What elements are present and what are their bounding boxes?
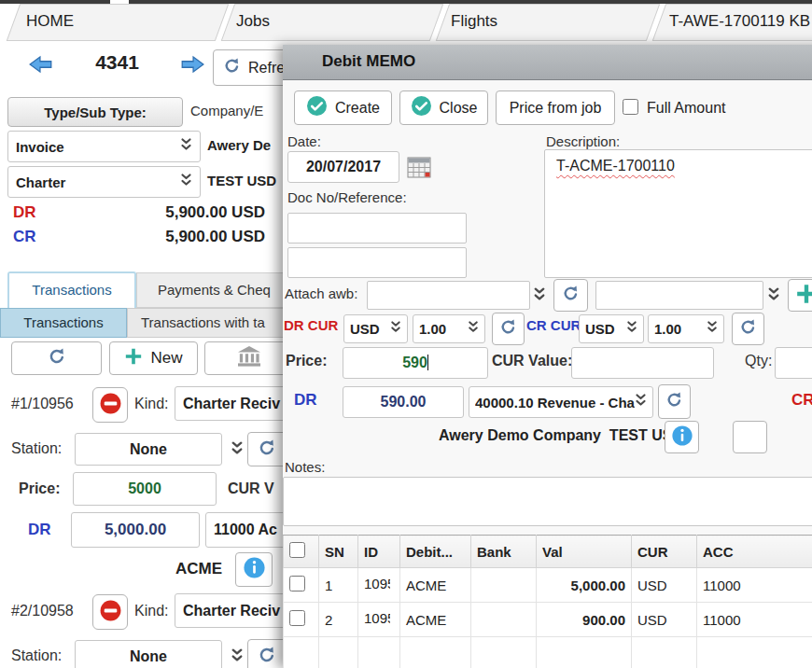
description-textarea[interactable]: T-ACME-1700110 [544, 149, 812, 278]
chevron-double-down-icon[interactable] [533, 286, 546, 306]
bank-icon [236, 345, 262, 371]
select-all-checkbox[interactable] [289, 542, 305, 558]
qty-input[interactable] [775, 347, 812, 379]
chevron-double-down-icon[interactable] [231, 647, 244, 667]
txn1-station-select[interactable]: None [75, 433, 222, 466]
qty-label: Qty: [745, 353, 772, 369]
attach-awb-add-button[interactable] [788, 279, 812, 312]
subtab-transactions-with-tax[interactable]: Transactions with ta [127, 308, 291, 338]
chevron-double-down-icon[interactable] [707, 320, 718, 338]
chevron-double-down-icon[interactable] [767, 286, 780, 306]
txn1-kind-label: Kind: [134, 396, 168, 412]
row-checkbox[interactable] [289, 576, 305, 591]
txn2-kind-label: Kind: [134, 603, 168, 619]
memo-price-input[interactable]: 590 [343, 347, 488, 379]
tab-home[interactable]: HOME [26, 12, 74, 31]
refresh-icon [499, 318, 517, 340]
txn2-station-select[interactable]: None [75, 640, 222, 668]
memo-company-summary: Awery Demo Company TEST USD [439, 427, 683, 444]
refresh-icon [665, 391, 683, 412]
txn1-info-button[interactable] [235, 552, 273, 587]
info-icon [243, 556, 266, 583]
row-checkbox[interactable] [289, 610, 305, 626]
dr-cur-label: DR CUR [284, 317, 338, 333]
chevron-double-down-icon[interactable] [390, 320, 401, 338]
dr-currency-select[interactable]: USD [343, 314, 408, 343]
type-select[interactable]: Invoice [7, 131, 201, 162]
txn1-remove-button[interactable] [92, 387, 128, 423]
chevron-double-down-icon[interactable] [180, 137, 192, 156]
txn2-kind-select[interactable]: Charter Reciv [175, 593, 296, 628]
chevron-double-down-icon[interactable] [635, 393, 647, 411]
memo-secondary-button[interactable] [733, 421, 767, 453]
cur-value-input[interactable] [571, 347, 714, 379]
date-input[interactable]: 20/07/2017 [287, 151, 399, 183]
refresh-icon [223, 57, 241, 78]
close-button[interactable]: Close [399, 90, 488, 125]
bank-button[interactable] [204, 341, 293, 375]
attach-awb-input-1[interactable] [367, 281, 530, 310]
dr-total-label: DR [13, 203, 36, 222]
minus-circle-icon [99, 599, 122, 626]
chevron-double-down-icon[interactable] [468, 320, 479, 338]
calendar-icon[interactable] [407, 156, 431, 182]
tab-flights[interactable]: Flights [451, 12, 497, 31]
doc-no-input[interactable] [287, 213, 467, 244]
memo-dr-label: DR [294, 391, 317, 410]
dr-account-select[interactable]: 40000.10 Revenue - Cha [469, 386, 653, 418]
refresh-icon [258, 438, 276, 461]
doc-reference-input[interactable] [287, 247, 467, 278]
txn1-kind-select[interactable]: Charter Reciv [175, 386, 296, 421]
tab-transactions[interactable]: Transactions [7, 271, 136, 308]
table-row[interactable]: 2 1095 ACME 900.00 USD 11000 [284, 603, 812, 637]
full-amount-checkbox[interactable] [623, 99, 638, 115]
txn1-dr-amount-input[interactable]: 5,000.00 [71, 512, 200, 548]
chevron-double-down-icon[interactable] [626, 320, 637, 338]
chevron-double-down-icon[interactable] [180, 173, 192, 191]
attach-awb-refresh-button[interactable] [553, 279, 588, 312]
create-button[interactable]: Create [294, 90, 392, 125]
company-currency: TEST USD [207, 173, 276, 188]
txn2-remove-button[interactable] [92, 594, 128, 630]
dialog-titlebar[interactable]: Debit MEMO [283, 45, 812, 80]
txn1-price-input[interactable]: 5000 [73, 472, 217, 506]
attach-awb-label: Attach awb: [285, 285, 357, 301]
cr-currency-select[interactable]: USD [579, 314, 644, 343]
dr-rate-select[interactable]: 1.00 [413, 314, 485, 343]
tab-payments-cheques[interactable]: Payments & Cheq [136, 272, 295, 308]
dr-cur-refresh-button[interactable] [492, 313, 525, 345]
subtab-transactions[interactable]: Transactions [0, 308, 127, 338]
dr-account-refresh-button[interactable] [658, 384, 691, 419]
txn1-station-refresh-button[interactable] [247, 432, 287, 466]
new-transaction-button[interactable]: New [109, 341, 198, 375]
cr-cur-refresh-button[interactable] [732, 313, 764, 345]
memo-info-button[interactable] [665, 421, 699, 453]
chevron-double-down-icon[interactable] [231, 440, 244, 460]
row-id: 1095 [364, 610, 390, 626]
type-subtype-header[interactable]: Type/Sub Type: [7, 97, 183, 127]
prev-record-icon[interactable] [28, 54, 54, 78]
txn1-number: #1/10956 [11, 396, 74, 412]
text-cursor [427, 355, 428, 370]
check-circle-icon [306, 95, 328, 120]
refresh-icon [48, 347, 66, 369]
next-record-icon[interactable] [179, 54, 205, 78]
notes-textarea[interactable] [283, 477, 812, 526]
tab-flight-record[interactable]: T-AWE-1700119 KB [669, 12, 810, 31]
attach-awb-input-2[interactable] [595, 281, 763, 310]
memo-dr-amount-input[interactable]: 590.00 [343, 386, 464, 418]
price-from-job-button[interactable]: Price from job [496, 90, 615, 125]
subtype-select[interactable]: Charter [7, 166, 201, 198]
breadcrumb-tabbar: HOME Jobs Flights T-AWE-1700119 KB [0, 0, 812, 41]
txn2-station-refresh-button[interactable] [247, 639, 287, 668]
table-row-empty [284, 637, 812, 668]
row-id: 1095 [364, 576, 390, 591]
tab-jobs[interactable]: Jobs [236, 12, 270, 31]
table-row[interactable]: 1 1095 ACME 5,000.00 USD 11000 [284, 568, 812, 603]
dr-total-amount: 5,900.00 USD [112, 203, 265, 222]
cr-total-amount: 5,900.00 USD [112, 228, 265, 246]
transactions-refresh-button[interactable] [11, 341, 102, 375]
cr-rate-select[interactable]: 1.00 [648, 314, 724, 343]
type-select-value: Invoice [16, 139, 180, 155]
refresh-icon [562, 285, 580, 306]
